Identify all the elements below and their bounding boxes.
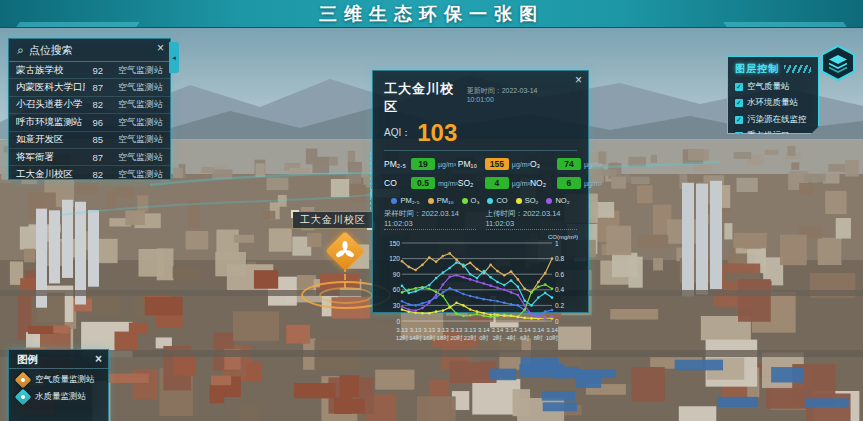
panel-collapse-tab[interactable]: ◂ <box>169 42 179 73</box>
layer-checkbox[interactable]: ✓ <box>735 83 743 91</box>
svg-text:0.6: 0.6 <box>555 271 564 278</box>
search-result-row[interactable]: 将军衙署87空气监测站 <box>9 149 170 166</box>
pollutant-cell: NO₂6µg/m³ <box>530 177 602 189</box>
svg-text:16时: 16时 <box>423 335 436 341</box>
aqi-value: 103 <box>417 122 457 144</box>
svg-text:2时: 2时 <box>493 335 502 341</box>
station-name: 内蒙医科大学口腔医院 <box>16 81 85 94</box>
station-aqi-value: 87 <box>85 152 107 163</box>
svg-text:120: 120 <box>389 255 400 262</box>
station-type: 空气监测站 <box>107 168 163 181</box>
station-name: 蒙古族学校 <box>16 64 85 77</box>
legend-item-list: 空气质量监测站水质量监测站 <box>9 369 108 403</box>
air-station-marker[interactable] <box>325 231 365 271</box>
layer-toggle-item[interactable]: ✓污染源在线监控 <box>735 114 811 126</box>
legend-label: O₃ <box>471 196 480 205</box>
station-marker-icon <box>15 389 32 406</box>
upload-time: 上传时间：2022.03.14 11:02:03 <box>486 209 578 230</box>
pollutant-value-badge: 74 <box>557 158 581 170</box>
station-update-time: 更新时间：2022-03-14 10:01:00 <box>467 86 565 103</box>
station-name: 呼市环境监测站 <box>16 116 85 129</box>
svg-text:0.8: 0.8 <box>555 255 564 262</box>
aqi-label: AQI： <box>384 126 411 140</box>
search-result-row[interactable]: 蒙古族学校92空气监测站 <box>9 62 170 79</box>
pollutant-cell: PM₁₀155µg/m³ <box>458 158 530 170</box>
station-type: 空气监测站 <box>107 64 163 77</box>
legend-label: NO₂ <box>555 196 569 205</box>
station-aqi-value: 87 <box>85 82 107 93</box>
close-icon[interactable]: × <box>157 42 164 54</box>
station-name: 小召头道巷小学 <box>16 98 85 111</box>
svg-text:12时: 12时 <box>396 335 409 341</box>
svg-text:3.13: 3.13 <box>396 327 408 333</box>
svg-text:0时: 0时 <box>479 335 488 341</box>
pollutant-cell: O₃74µg/m³ <box>530 158 602 170</box>
station-aqi-value: 92 <box>85 65 107 76</box>
svg-text:3.13: 3.13 <box>437 327 449 333</box>
svg-text:3.13: 3.13 <box>410 327 422 333</box>
svg-text:90: 90 <box>393 271 401 278</box>
sample-upload-times: 采样时间：2022.03.14 11:02:03 上传时间：2022.03.14… <box>384 209 577 230</box>
station-name: 将军衙署 <box>16 151 85 164</box>
svg-text:1: 1 <box>555 240 559 247</box>
marker-pulse-ring-inner <box>319 287 373 304</box>
svg-text:3.14: 3.14 <box>492 327 504 333</box>
layer-checkbox[interactable]: ✓ <box>735 116 743 124</box>
pollutant-value-badge: 0.5 <box>411 177 435 189</box>
chart-legend-item: PM₁₀ <box>428 196 454 205</box>
search-result-row[interactable]: 如意开发区85空气监测站 <box>9 132 170 149</box>
station-type: 空气监测站 <box>107 98 163 111</box>
chart-legend-item: SO₂ <box>516 196 539 205</box>
legend-item-label: 水质量监测站 <box>35 391 86 403</box>
svg-text:3.14: 3.14 <box>478 327 490 333</box>
search-panel-header: ⌕ 点位搜索 × <box>9 39 170 62</box>
layer-checkbox[interactable]: ✓ <box>735 99 743 107</box>
legend-panel-header: 图例 × <box>9 350 108 369</box>
search-result-row[interactable]: 工大金川校区82空气监测站 <box>9 166 170 182</box>
station-aqi-value: 96 <box>85 117 107 128</box>
chart-legend-item: PM₂.₅ <box>391 196 419 205</box>
search-icon: ⌕ <box>17 43 24 57</box>
pollutant-unit: µg/m³ <box>584 180 602 187</box>
search-result-row[interactable]: 内蒙医科大学口腔医院87空气监测站 <box>9 79 170 96</box>
svg-text:3.14: 3.14 <box>533 327 545 333</box>
search-result-row[interactable]: 呼市环境监测站96空气监测站 <box>9 114 170 131</box>
map-legend-panel: 图例 × 空气质量监测站水质量监测站 <box>8 349 109 421</box>
pollutant-label: PM₁₀ <box>458 159 482 169</box>
layer-toggle-item[interactable]: ✓水环境质量站 <box>735 97 811 109</box>
layer-panel-title: 图层控制 <box>735 62 779 76</box>
pollutant-value-badge: 19 <box>411 158 435 170</box>
pollutant-value-badge: 4 <box>485 177 509 189</box>
station-marker-label[interactable]: 工大金川校区 <box>292 211 374 229</box>
layer-hex-button[interactable] <box>820 44 856 82</box>
svg-text:3.13: 3.13 <box>451 327 463 333</box>
svg-text:3.14: 3.14 <box>505 327 517 333</box>
close-icon[interactable]: × <box>95 353 102 365</box>
pollutant-value-badge: 6 <box>557 177 581 189</box>
chart-legend-item: O₃ <box>462 196 480 205</box>
pollutant-label: O₃ <box>530 159 554 169</box>
station-title: 工大金川校区 <box>384 80 467 116</box>
hatch-decoration <box>784 65 811 73</box>
station-name: 工大金川校区 <box>16 168 85 181</box>
pollutant-grid: PM₂.₅19µg/m³PM₁₀155µg/m³O₃74µg/m³CO0.5mg… <box>384 158 577 189</box>
pollutant-trend-chart: 150120906030010.80.60.40.20CO(mg/m³)3.13… <box>384 232 579 344</box>
svg-text:3.13: 3.13 <box>423 327 435 333</box>
svg-text:10时: 10时 <box>546 335 559 341</box>
station-type: 空气监测站 <box>107 81 163 94</box>
pollutant-unit: µg/m³ <box>512 161 530 168</box>
layer-label: 空气质量站 <box>747 81 790 93</box>
pollutant-unit: µg/m³ <box>584 161 602 168</box>
pollutant-unit: µg/m³ <box>438 161 456 168</box>
station-search-panel: ⌕ 点位搜索 × 蒙古族学校92空气监测站内蒙医科大学口腔医院87空气监测站小召… <box>8 38 171 180</box>
layer-toggle-item[interactable]: ✓空气质量站 <box>735 81 811 93</box>
svg-text:0: 0 <box>555 318 559 325</box>
search-result-list: 蒙古族学校92空气监测站内蒙医科大学口腔医院87空气监测站小召头道巷小学82空气… <box>9 62 170 183</box>
pollutant-value-badge: 155 <box>485 158 509 170</box>
pollutant-cell: SO₂4µg/m³ <box>458 177 530 189</box>
station-detail-panel: 工大金川校区 更新时间：2022-03-14 10:01:00 × AQI： 1… <box>372 70 589 313</box>
search-result-row[interactable]: 小召头道巷小学82空气监测站 <box>9 97 170 114</box>
close-icon[interactable]: × <box>575 74 582 86</box>
app-root: 工大金川校区 三维生态环保一张图 ⌕ 点位搜索 × 蒙古族学校92空气监测站内蒙… <box>0 0 863 421</box>
series-PM₁₀ <box>402 253 552 292</box>
